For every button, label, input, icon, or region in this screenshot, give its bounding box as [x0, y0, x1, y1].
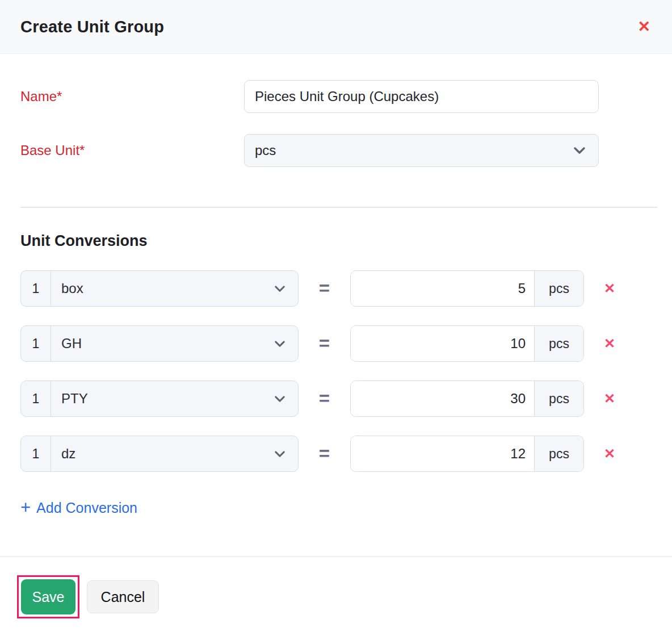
- name-input[interactable]: [244, 80, 599, 113]
- chevron-down-icon: [573, 147, 586, 154]
- unit-qty: 1: [21, 326, 51, 361]
- equals-sign: =: [299, 443, 350, 465]
- unit-qty: 1: [21, 271, 51, 306]
- save-button-highlight: Save: [17, 575, 79, 618]
- unit-name: GH: [61, 336, 82, 352]
- close-icon[interactable]: ✕: [637, 19, 650, 35]
- chevron-down-icon: [274, 450, 285, 458]
- conversion-rows: 1 box = pcs ✕ 1 GH =: [20, 270, 652, 472]
- conversion-suffix: pcs: [534, 381, 583, 416]
- unit-select[interactable]: 1 PTY: [20, 380, 299, 417]
- delete-row-icon[interactable]: ✕: [604, 337, 615, 350]
- unit-name: dz: [61, 446, 75, 462]
- chevron-down-icon: [274, 285, 285, 292]
- conversion-value-input[interactable]: [351, 271, 534, 306]
- conversion-value-input[interactable]: [351, 436, 534, 471]
- conversion-suffix: pcs: [534, 271, 583, 306]
- unit-name: box: [61, 281, 83, 296]
- name-field-row: Name*: [20, 80, 652, 113]
- unit-cell: PTY: [51, 381, 298, 416]
- unit-qty: 1: [21, 381, 51, 416]
- unit-select[interactable]: 1 dz: [20, 436, 299, 472]
- conversion-value-input[interactable]: [351, 381, 534, 416]
- cancel-button[interactable]: Cancel: [87, 580, 159, 613]
- unit-name: PTY: [61, 391, 88, 407]
- delete-row-icon[interactable]: ✕: [604, 282, 615, 295]
- delete-row-icon[interactable]: ✕: [604, 447, 615, 461]
- chevron-down-icon: [274, 340, 285, 348]
- conversion-value-group: pcs: [350, 436, 584, 472]
- equals-sign: =: [299, 388, 350, 409]
- unit-select[interactable]: 1 GH: [20, 325, 299, 362]
- base-unit-field-row: Base Unit* pcs: [20, 134, 652, 167]
- unit-cell: dz: [51, 436, 298, 471]
- equals-sign: =: [299, 278, 350, 299]
- chevron-down-icon: [274, 395, 285, 403]
- delete-row-icon[interactable]: ✕: [604, 392, 615, 405]
- conversion-row: 1 PTY = pcs ✕: [20, 380, 652, 417]
- section-divider: [20, 207, 657, 208]
- conversion-row: 1 box = pcs ✕: [20, 270, 652, 307]
- page-title: Create Unit Group: [20, 18, 164, 36]
- modal-header: Create Unit Group ✕: [0, 0, 672, 54]
- modal-body: Name* Base Unit* pcs Unit Conversions 1 …: [0, 54, 672, 516]
- conversion-value-group: pcs: [350, 325, 584, 362]
- save-button[interactable]: Save: [21, 579, 75, 614]
- name-label: Name*: [20, 89, 244, 104]
- base-unit-label: Base Unit*: [20, 143, 244, 158]
- unit-cell: box: [51, 271, 298, 306]
- equals-sign: =: [299, 333, 350, 354]
- conversion-value-group: pcs: [350, 380, 584, 417]
- conversion-value-group: pcs: [350, 270, 584, 307]
- unit-conversions-heading: Unit Conversions: [20, 232, 652, 250]
- plus-icon: +: [20, 499, 31, 516]
- modal-footer: Save Cancel: [0, 575, 672, 618]
- unit-cell: GH: [51, 326, 298, 361]
- unit-qty: 1: [21, 436, 51, 471]
- add-conversion-label: Add Conversion: [36, 500, 137, 516]
- conversion-row: 1 dz = pcs ✕: [20, 436, 652, 472]
- conversion-value-input[interactable]: [351, 326, 534, 361]
- base-unit-select[interactable]: pcs: [244, 134, 599, 167]
- conversion-suffix: pcs: [534, 436, 583, 471]
- add-conversion-button[interactable]: + Add Conversion: [20, 500, 137, 516]
- conversion-suffix: pcs: [534, 326, 583, 361]
- base-unit-value: pcs: [255, 143, 276, 158]
- footer-divider: [0, 556, 672, 557]
- unit-select[interactable]: 1 box: [20, 270, 299, 307]
- conversion-row: 1 GH = pcs ✕: [20, 325, 652, 362]
